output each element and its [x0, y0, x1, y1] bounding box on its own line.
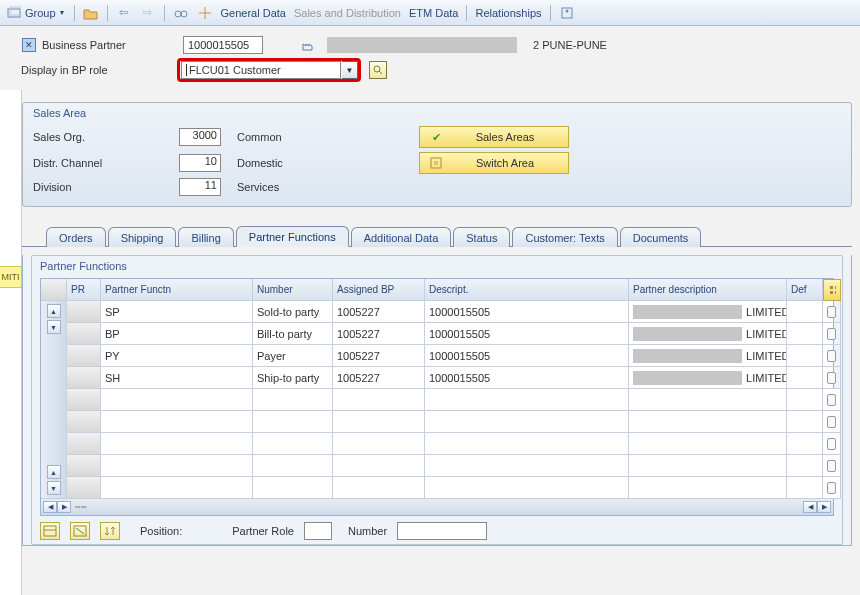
cell-empty[interactable]	[333, 411, 425, 433]
general-data-link[interactable]: General Data	[221, 7, 286, 19]
cell-empty[interactable]	[253, 433, 333, 455]
scroll-down-end-btn[interactable]: ▼	[47, 481, 61, 495]
cell-empty[interactable]	[253, 455, 333, 477]
cell[interactable]: Payer	[253, 345, 333, 367]
where-used-icon[interactable]	[197, 5, 213, 21]
row-selector[interactable]	[67, 455, 101, 477]
scroll-left-end-btn[interactable]: ◀	[803, 501, 817, 513]
cell-empty[interactable]	[425, 477, 629, 499]
back-icon[interactable]: ⇦	[116, 5, 132, 21]
division-input[interactable]: 11	[179, 178, 221, 196]
row-selector[interactable]	[67, 323, 101, 345]
delete-row-icon[interactable]	[70, 522, 90, 540]
distr-channel-input[interactable]: 10	[179, 154, 221, 172]
cell-empty[interactable]	[333, 389, 425, 411]
cell-empty[interactable]	[787, 433, 823, 455]
cell-def[interactable]	[823, 477, 841, 499]
group-menu[interactable]: Group ▼	[6, 5, 66, 21]
col-func[interactable]: Partner Functn	[101, 279, 253, 301]
cell[interactable]: 1005227	[333, 367, 425, 389]
cell-pdesc[interactable]	[787, 301, 823, 323]
role-dropdown-btn[interactable]: ▼	[342, 61, 358, 79]
cell-empty[interactable]	[333, 433, 425, 455]
cell-empty[interactable]	[101, 411, 253, 433]
switch-area-button[interactable]: Switch Area	[419, 152, 569, 174]
def-checkbox[interactable]	[827, 328, 836, 340]
scroll-up-btn[interactable]: ▲	[47, 304, 61, 318]
cell[interactable]: 1000015505	[425, 301, 629, 323]
cell-def[interactable]	[823, 433, 841, 455]
cell-empty[interactable]	[629, 389, 787, 411]
cell-empty[interactable]	[787, 455, 823, 477]
cell-empty[interactable]	[253, 389, 333, 411]
cell-pdesc[interactable]	[787, 345, 823, 367]
cell-desc[interactable]: ██████████████LIMITED	[629, 345, 787, 367]
scroll-up-end-btn[interactable]: ▲	[47, 465, 61, 479]
cell-empty[interactable]	[253, 477, 333, 499]
tab-billing[interactable]: Billing	[178, 227, 233, 247]
scroll-left-btn[interactable]: ◀	[43, 501, 57, 513]
cell[interactable]: SH	[101, 367, 253, 389]
cell[interactable]: Sold-to party	[253, 301, 333, 323]
cell-desc[interactable]: ██████████████LIMITED	[629, 323, 787, 345]
col-def[interactable]: Def	[787, 279, 823, 301]
cell-desc[interactable]: ██████████████LIMITED	[629, 301, 787, 323]
cell-pdesc[interactable]	[787, 323, 823, 345]
scroll-right-btn[interactable]: ▶	[57, 501, 71, 513]
role-select[interactable]: FLCU01 Customer	[181, 61, 341, 79]
cell[interactable]: Bill-to party	[253, 323, 333, 345]
cell-empty[interactable]	[333, 455, 425, 477]
def-checkbox[interactable]	[827, 350, 836, 362]
table-config-btn[interactable]	[823, 279, 841, 301]
sales-org-input[interactable]: 3000	[179, 128, 221, 146]
bp-close-icon[interactable]: ✕	[22, 38, 36, 52]
col-pr[interactable]: PR	[67, 279, 101, 301]
scroll-down-btn[interactable]: ▼	[47, 320, 61, 334]
role-search-help[interactable]	[369, 61, 387, 79]
cell-empty[interactable]	[253, 411, 333, 433]
cell-empty[interactable]	[425, 455, 629, 477]
col-select-all[interactable]	[41, 279, 67, 301]
factory-icon[interactable]	[301, 37, 317, 53]
cell-def[interactable]	[823, 411, 841, 433]
cell[interactable]: BP	[101, 323, 253, 345]
cell-empty[interactable]	[425, 433, 629, 455]
cell[interactable]: PY	[101, 345, 253, 367]
sort-icon[interactable]	[100, 522, 120, 540]
cell-def[interactable]	[823, 345, 841, 367]
cell-def[interactable]	[823, 367, 841, 389]
h-scrollbar[interactable]: ◀ ▶ ┅┅ ◀ ▶	[41, 499, 833, 515]
cell[interactable]: 1000015505	[425, 345, 629, 367]
v-scrollbar[interactable]: ▲▼▲▼	[41, 301, 67, 499]
cell-empty[interactable]	[787, 477, 823, 499]
tab-documents[interactable]: Documents	[620, 227, 702, 247]
cell-empty[interactable]	[629, 477, 787, 499]
partner-role-input[interactable]	[304, 522, 332, 540]
row-selector[interactable]	[67, 345, 101, 367]
cell[interactable]: 1005227	[333, 345, 425, 367]
user-settings-icon[interactable]	[559, 5, 575, 21]
cell-empty[interactable]	[629, 411, 787, 433]
cell-pdesc[interactable]	[787, 367, 823, 389]
cell-empty[interactable]	[629, 433, 787, 455]
tab-partner-functions[interactable]: Partner Functions	[236, 226, 349, 247]
scroll-right-end-btn[interactable]: ▶	[817, 501, 831, 513]
cell-empty[interactable]	[333, 477, 425, 499]
open-icon[interactable]	[83, 5, 99, 21]
col-desc[interactable]: Descript.	[425, 279, 629, 301]
def-checkbox[interactable]	[827, 460, 836, 472]
def-checkbox[interactable]	[827, 416, 836, 428]
cell-empty[interactable]	[101, 433, 253, 455]
cell[interactable]: 1005227	[333, 323, 425, 345]
relationships-link[interactable]: Relationships	[475, 7, 541, 19]
tab-status[interactable]: Status	[453, 227, 510, 247]
cell-def[interactable]	[823, 389, 841, 411]
tab-shipping[interactable]: Shipping	[108, 227, 177, 247]
def-checkbox[interactable]	[827, 372, 836, 384]
def-checkbox[interactable]	[827, 482, 836, 494]
def-checkbox[interactable]	[827, 306, 836, 318]
cell-empty[interactable]	[787, 411, 823, 433]
cell[interactable]: SP	[101, 301, 253, 323]
tab-orders[interactable]: Orders	[46, 227, 106, 247]
row-selector[interactable]	[67, 389, 101, 411]
